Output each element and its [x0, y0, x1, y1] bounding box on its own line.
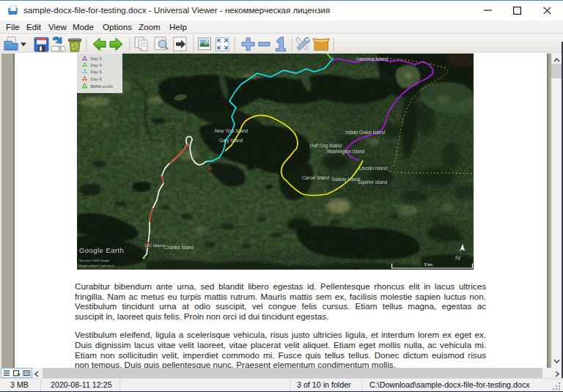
svg-text:Half Dog Island: Half Dog Island	[310, 143, 342, 149]
svg-text:Lincoln Island: Lincoln Island	[359, 166, 388, 171]
svg-text:Day 3: Day 3	[91, 56, 102, 61]
svg-text:N: N	[455, 254, 460, 262]
svg-text:Indian Grave Island: Indian Grave Island	[345, 130, 386, 135]
svg-text:New York Island: New York Island	[215, 128, 249, 133]
svg-text:Galway Island: Galway Island	[331, 177, 361, 182]
svg-text:Canoe Island: Canoe Island	[302, 175, 330, 180]
svg-text:Gary Island: Gary Island	[219, 138, 243, 144]
svg-text:Hausons Island: Hausons Island	[356, 56, 389, 62]
svg-text:5 km: 5 km	[424, 262, 433, 267]
svg-text:Charles Island: Charles Island	[164, 245, 194, 250]
svg-text:VIC island: VIC island	[144, 243, 164, 248]
svg-text:BMW-cm34: BMW-cm34	[91, 84, 114, 89]
svg-text:Washington Island: Washington Island	[327, 149, 365, 155]
svg-text:Day 5: Day 5	[91, 70, 102, 74]
svg-text:Squirrel Island: Squirrel Island	[358, 180, 388, 185]
svg-text:Map data ©2020 Google: Map data ©2020 Google	[79, 259, 109, 262]
svg-text:Google Earth: Google Earth	[79, 246, 124, 254]
svg-text:Day 6: Day 6	[91, 77, 102, 81]
svg-text:Day 4: Day 4	[91, 63, 103, 67]
svg-text:Image Landsat / Copernicus: Image Landsat / Copernicus	[79, 265, 114, 267]
